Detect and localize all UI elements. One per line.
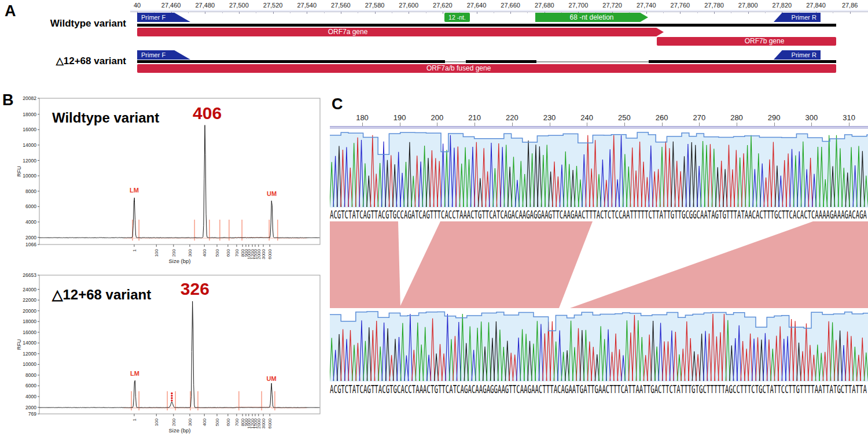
ruler-minor-tick [256,12,256,13]
x-tick-label: 100 [154,249,159,257]
panel-c-sanger-traces: C 18019020021022023024025026027028029030… [330,92,868,437]
ruler-tick [850,12,851,14]
chromatogram-variant [330,309,868,382]
ruler-tick [273,12,274,14]
ruler-minor-tick [392,12,392,13]
y-tick-label: 4000 [25,394,36,399]
ruler-minor-tick [663,12,664,13]
ruler-minor-tick [290,12,290,13]
position-label: 210 [468,113,481,122]
y-tick-label: 2000 [25,235,36,240]
x-tick-label: 700 [234,418,240,426]
ruler-tick [646,12,647,14]
orf7a-gene-bar: ORF7a gene [137,28,664,36]
ruler-minor-tick [765,12,766,13]
y-tick-label: 24000 [23,287,36,292]
peak-size-label: 406 [193,103,222,123]
y-tick-label: 22000 [23,297,36,303]
ruler-tick [714,12,715,14]
position-label: 240 [580,113,593,122]
primer-r-variant: Primer R [774,50,821,60]
ruler-minor-tick [222,12,223,13]
ruler-minor-tick [188,12,189,13]
sequence-position-ruler: 1801902002102202302402502602702802903003… [330,92,868,126]
y-tick-label: 10000 [23,173,36,179]
x-tick-label: 6000 [267,249,273,259]
ruler-tick-label: 27,580 [365,2,385,9]
position-label: 270 [693,113,705,122]
ruler-tick-label: 27,680 [535,2,554,9]
position-label: 310 [843,113,855,122]
flag-dot [171,395,172,397]
ruler-tick [748,12,749,14]
y-tick-label: 769 [28,411,36,417]
x-tick-label: 700 [234,249,240,257]
orf7b-gene-label: ORF7b gene [745,37,785,46]
y-tick-label: 1066 [25,242,36,247]
x-tick-label: 1 [132,418,137,421]
y-tick-label: 18000 [23,112,36,117]
sequence-text-wildtype: ACGTCTATCAGTTACGTGCCAGATCAGTTTCACCTAAACT… [330,208,867,221]
position-label: 300 [806,113,818,122]
ruler-tick-label: 27,500 [229,2,249,9]
ruler-minor-tick [426,12,426,13]
position-label: 190 [393,113,406,122]
x-tick-label: 400 [202,249,207,257]
chart-title: △12+68 variant [52,287,151,302]
y-tick-label: 14000 [23,340,36,346]
ruler-minor-tick [324,12,325,13]
ruler-tick-label: 27,800 [738,2,758,9]
ruler-tick-label: 27,480 [195,2,215,9]
y-tick-label: 20000 [23,308,36,314]
ruler-tick [510,12,511,14]
y-tick-label: 16000 [23,127,36,132]
ruler-tick [477,12,477,14]
electropherogram-wildtype: 2008218000160001400012000100008000600040… [0,92,330,266]
y-tick-label: 4000 [25,219,36,225]
ruler-tick-label: 27,820 [773,2,792,9]
x-tick-label: 300 [187,249,193,257]
ruler-minor-tick [494,12,494,13]
ruler-tick-label: 27,620 [433,2,453,9]
ruler-tick [375,12,376,14]
y-tick-label: 12000 [23,158,36,164]
ruler-tick [443,12,443,14]
deletion-68nt-arrow: 68 -nt deletion [535,13,648,22]
x-tick-label: 600 [226,249,231,257]
orf7ab-fused-gene-bar: ORF7a/b fused gene [137,64,836,73]
variant-genome-segment-1 [137,60,445,63]
y-axis-title: RFU [16,166,22,177]
variant-genome-segment-2 [466,60,536,63]
chromatogram-wildtype [330,129,868,208]
upper-marker-label: UM [267,190,277,197]
flag-dot [171,397,172,399]
ruler-tick-label: 27,520 [263,2,283,9]
x-tick-label: 500 [215,249,220,257]
x-tick-label: 200 [171,418,176,426]
peak-size-label: 326 [181,279,209,298]
primer-f-variant: Primer F [137,50,190,60]
x-tick-label: 200 [171,249,176,257]
y-tick-label: 16000 [23,329,36,335]
ruler-tick-label: 27,780 [704,2,724,9]
position-label: 180 [356,113,369,122]
ruler-minor-tick [358,12,358,13]
position-label: 260 [656,113,668,122]
ruler-tick-label: 27,600 [399,2,418,9]
sequence-text-wildtype-wrap: ACGTCTATCAGTTACGTGCCAGATCAGTTTCACCTAAACT… [330,208,868,221]
x-tick-label: 3000 [261,249,266,259]
x-tick-label: 3000 [261,418,266,428]
x-tick-label: 300 [187,418,193,426]
figure: A 4027,46027,48027,50027,52027,54027,560… [0,0,868,437]
x-tick-label: 100 [154,418,159,426]
ruler-minor-tick [697,12,698,13]
y-tick-label: 14000 [23,142,36,148]
lower-marker-label: LM [130,187,139,194]
alignment-region [570,221,868,308]
position-label: 200 [431,113,444,122]
x-axis-title: Size (bp) [168,258,190,264]
y-tick-label: 6000 [25,203,36,209]
ruler-tick-label: 27,540 [297,2,317,9]
x-tick-label: 500 [215,418,220,426]
ruler-tick-label: 27,460 [161,2,181,9]
